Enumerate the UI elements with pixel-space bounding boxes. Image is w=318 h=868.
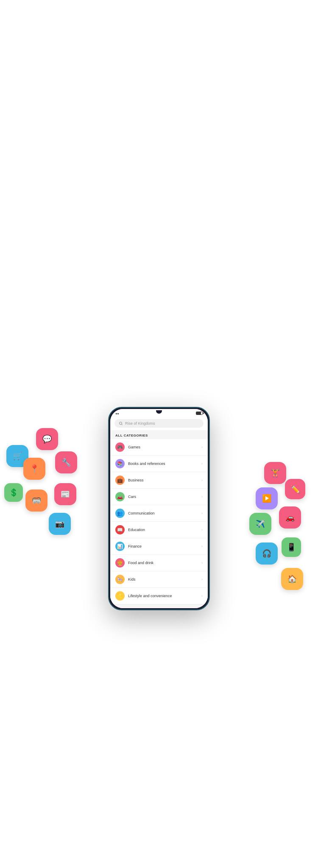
- category-item-food[interactable]: 🍔 Food and drink ›: [110, 555, 208, 571]
- education-icon: 📖: [115, 525, 125, 534]
- floating-plane-icon: ✈️: [249, 513, 271, 535]
- kids-icon: 🎠: [115, 575, 125, 584]
- notch: [156, 410, 162, 414]
- floating-tools-icon: 🔧: [55, 451, 77, 473]
- books-chevron: ›: [201, 462, 203, 466]
- food-chevron: ›: [201, 561, 203, 565]
- battery-icon: [196, 412, 203, 415]
- battery-area: [196, 412, 203, 415]
- business-label: Business: [128, 478, 198, 482]
- business-chevron: ›: [201, 478, 203, 482]
- category-header: ALL CATEGORIES: [110, 430, 208, 439]
- lifestyle-label: Lifestyle and convenience: [128, 594, 198, 598]
- games-chevron: ›: [201, 445, 203, 449]
- category-item-business[interactable]: 💼 Business ›: [110, 472, 208, 489]
- search-icon: [119, 421, 123, 426]
- category-item-education[interactable]: 📖 Education ›: [110, 522, 208, 538]
- books-label: Books and references: [128, 462, 198, 466]
- floating-dumbbell-icon: 🏋: [264, 462, 286, 484]
- category-item-communication[interactable]: 👥 Communication ›: [110, 505, 208, 522]
- category-list: ALL CATEGORIES 🎮 Games › 📚 Books and ref…: [110, 430, 208, 608]
- category-item-cars[interactable]: 🚗 Cars ›: [110, 489, 208, 505]
- bottom-area: [0, 817, 318, 868]
- search-placeholder: Rise of Kingdoms: [125, 421, 155, 426]
- top-area: [0, 0, 318, 407]
- games-label: Games: [128, 445, 198, 449]
- floating-car-icon: 🚗: [279, 506, 301, 529]
- floating-news-icon: 📰: [54, 483, 76, 505]
- search-bar[interactable]: Rise of Kingdoms: [110, 417, 208, 430]
- cars-icon: 🚗: [115, 492, 125, 501]
- floating-video-icon: ▶️: [256, 487, 278, 509]
- finance-chevron: ›: [201, 544, 203, 548]
- cars-label: Cars: [128, 495, 198, 499]
- category-item-finance[interactable]: 📊 Finance ›: [110, 538, 208, 555]
- communication-chevron: ›: [201, 511, 203, 515]
- education-label: Education: [128, 528, 198, 532]
- education-chevron: ›: [201, 528, 203, 532]
- lifestyle-icon: ⭐: [115, 591, 125, 601]
- floating-pencil-icon: ✏️: [285, 479, 305, 499]
- category-item-kids[interactable]: 🎠 Kids ›: [110, 571, 208, 588]
- games-icon: 🎮: [115, 442, 125, 452]
- signal-indicator: ●●: [115, 412, 119, 415]
- food-label: Food and drink: [128, 561, 198, 565]
- floating-support-icon: 🎧: [256, 542, 278, 565]
- books-icon: 📚: [115, 459, 125, 468]
- finance-icon: 📊: [115, 542, 125, 551]
- floating-dollar-icon: 💲: [4, 483, 23, 502]
- floating-house-icon: 🏠: [281, 568, 303, 590]
- floating-goggles-icon: 🥽: [25, 490, 47, 512]
- business-icon: 💼: [115, 476, 125, 485]
- kids-chevron: ›: [201, 577, 203, 581]
- status-bar: ●●: [110, 409, 208, 417]
- food-icon: 🍔: [115, 558, 125, 568]
- communication-label: Communication: [128, 511, 198, 515]
- finance-label: Finance: [128, 544, 198, 548]
- floating-map-icon: 📍: [23, 458, 45, 480]
- communication-icon: 👥: [115, 509, 125, 518]
- floating-chat-icon: 💬: [36, 428, 58, 450]
- floating-phone-icon: 📱: [282, 537, 301, 557]
- category-item-books[interactable]: 📚 Books and references ›: [110, 456, 208, 472]
- lifestyle-chevron: ›: [201, 594, 203, 598]
- kids-label: Kids: [128, 577, 198, 581]
- svg-line-1: [122, 424, 123, 425]
- category-item-lifestyle[interactable]: ⭐ Lifestyle and convenience ›: [110, 588, 208, 604]
- category-item-games[interactable]: 🎮 Games ›: [110, 439, 208, 456]
- floating-camera-icon: 📷: [49, 513, 71, 535]
- phone-device: ●● Rise of Kingdoms ALL CATEGORI: [108, 407, 210, 610]
- svg-point-0: [120, 422, 122, 425]
- cars-chevron: ›: [201, 495, 203, 499]
